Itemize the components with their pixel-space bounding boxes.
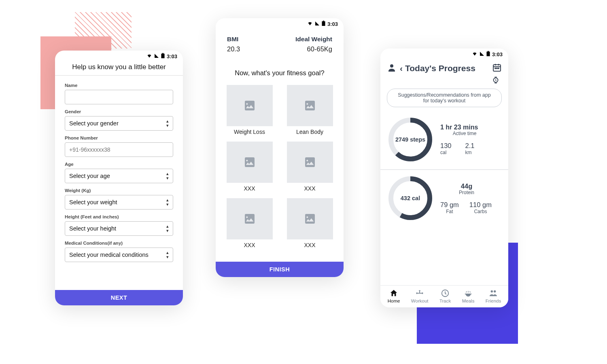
gender-select-value: Select your gender (69, 120, 119, 127)
finish-button[interactable]: FINISH (216, 262, 344, 277)
signal-icon (154, 53, 159, 59)
battery-icon (322, 21, 325, 27)
goal-card[interactable]: XXX (287, 142, 333, 192)
battery-icon (486, 51, 490, 57)
image-placeholder-icon (227, 85, 273, 126)
steps-ring-value: 2749 steps (388, 117, 433, 162)
ideal-weight-value: 60-65Kg (307, 45, 332, 53)
steps-ring-chart: 2749 steps (388, 117, 433, 162)
phone-fitness-goal: 3:03 BMI Ideal Weight 20.3 60-65Kg Now, … (216, 18, 344, 277)
fat-label: Fat (440, 209, 459, 214)
nav-home-label: Home (388, 298, 400, 303)
signal-icon (315, 21, 320, 27)
status-time: 3:03 (492, 51, 503, 57)
status-bar: 3:03 (380, 49, 508, 59)
km-value: 2.1 (465, 142, 475, 150)
weight-select-value: Select your weight (69, 199, 117, 205)
goal-grid: Weight Loss Lean Body XXX XXX XXX XXX (216, 77, 344, 253)
svg-rect-21 (418, 293, 422, 294)
back-chevron-icon[interactable]: ‹ (400, 63, 403, 73)
nav-workout[interactable]: Workout (411, 289, 429, 303)
svg-point-27 (494, 290, 496, 293)
wifi-icon (307, 21, 313, 27)
goal-card-weight-loss[interactable]: Weight Loss (226, 85, 273, 135)
svg-point-26 (491, 290, 493, 293)
nav-track-label: Track (439, 298, 451, 303)
carbs-value: 110 gm (469, 201, 492, 209)
fat-value: 79 gm (440, 201, 459, 209)
active-time-value: 1 hr 23 mins (440, 124, 501, 131)
svg-point-12 (497, 68, 497, 69)
svg-rect-20 (422, 292, 423, 294)
svg-rect-3 (322, 21, 325, 26)
phone-input[interactable] (65, 142, 173, 157)
age-select[interactable]: Select your age ▴▾ (65, 169, 173, 183)
goal-card-lean-body[interactable]: Lean Body (287, 85, 333, 135)
height-label: Height (Feet and inches) (65, 214, 173, 219)
bottom-nav: Home Workout Track Meals Friends (380, 285, 508, 307)
goal-question: Now, what's your fitness goal? (216, 69, 344, 77)
protein-value: 44g (440, 182, 493, 190)
calories-ring-value: 432 cal (388, 176, 433, 221)
goal-label: Weight Loss (234, 129, 265, 135)
goal-label: XXX (244, 242, 255, 248)
svg-rect-4 (488, 51, 489, 52)
ideal-weight-label: Ideal Weight (295, 36, 332, 43)
page-title: Today's Progress (405, 63, 475, 73)
svg-rect-19 (416, 292, 418, 294)
image-placeholder-icon (287, 142, 333, 183)
active-time-label: Active time (440, 131, 501, 136)
weight-select[interactable]: Select your weight ▴▾ (65, 195, 173, 210)
select-caret-icon: ▴▾ (166, 119, 169, 128)
nav-meals[interactable]: Meals (462, 289, 475, 303)
svg-rect-23 (419, 291, 420, 293)
nav-friends[interactable]: Friends (486, 289, 501, 303)
nav-friends-label: Friends (486, 298, 501, 303)
calendar-icon[interactable] (492, 63, 502, 74)
svg-rect-25 (465, 294, 472, 294)
medical-select-value: Select your medical conditions (69, 252, 149, 258)
gender-label: Gender (65, 109, 173, 114)
status-bar: 3:03 (55, 51, 183, 61)
goal-card[interactable]: XXX (287, 198, 333, 248)
bmi-label: BMI (227, 36, 238, 43)
image-placeholder-icon (227, 198, 273, 239)
nav-home[interactable]: Home (388, 289, 400, 303)
page-title: Help us know you a little better (55, 61, 183, 76)
nav-workout-label: Workout (411, 298, 429, 303)
form-body: Name Gender Select your gender ▴▾ Phone … (55, 76, 183, 290)
suggestions-pill[interactable]: Suggestions/Recommendations from app for… (387, 89, 502, 107)
medical-select[interactable]: Select your medical conditions ▴▾ (65, 248, 173, 262)
image-placeholder-icon (287, 85, 333, 126)
select-caret-icon: ▴▾ (166, 198, 169, 207)
profile-icon[interactable] (387, 63, 397, 74)
select-caret-icon: ▴▾ (166, 250, 169, 259)
image-placeholder-icon (287, 198, 333, 239)
goal-label: XXX (244, 185, 255, 192)
select-caret-icon: ▴▾ (166, 224, 169, 233)
svg-rect-1 (161, 54, 164, 58)
height-select[interactable]: Select your height ▴▾ (65, 221, 173, 236)
age-select-value: Select your age (69, 173, 110, 179)
svg-point-6 (390, 64, 393, 68)
svg-point-11 (495, 68, 496, 69)
phone-onboarding-form: 3:03 Help us know you a little better Na… (55, 51, 183, 305)
next-button[interactable]: NEXT (55, 290, 183, 305)
goal-label: Lean Body (296, 129, 323, 135)
height-select-value: Select your height (69, 225, 116, 232)
phone-label: Phone Number (65, 135, 173, 140)
nav-meals-label: Meals (462, 298, 475, 303)
svg-point-13 (498, 68, 499, 69)
medical-label: Medical Conditions(if any) (65, 241, 173, 245)
gender-select[interactable]: Select your gender ▴▾ (65, 116, 173, 131)
watch-icon[interactable] (491, 76, 500, 86)
goal-card[interactable]: XXX (226, 198, 273, 248)
svg-rect-0 (162, 53, 163, 54)
nav-track[interactable]: Track (439, 289, 451, 303)
svg-rect-5 (486, 52, 490, 56)
phone-todays-progress: 3:03 ‹ Today's Progress Suggestions/Reco… (380, 49, 508, 307)
status-time: 3:03 (167, 53, 177, 59)
name-input[interactable] (65, 90, 173, 104)
goal-card[interactable]: XXX (226, 142, 273, 192)
image-placeholder-icon (227, 142, 273, 183)
